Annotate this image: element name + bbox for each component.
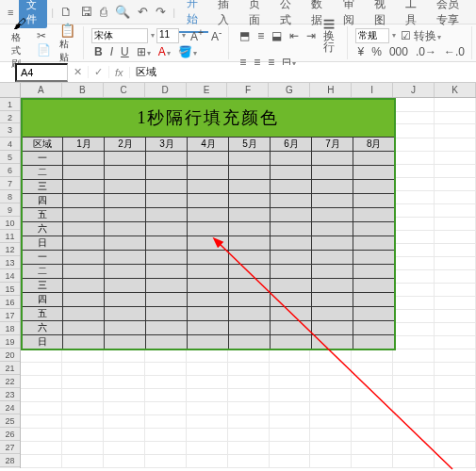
cell[interactable] [269,362,310,375]
data-cell[interactable] [63,193,105,207]
cell[interactable] [393,349,435,362]
cell[interactable] [393,428,435,441]
col-header[interactable]: F [227,83,269,97]
preview-icon[interactable]: 🔍 [112,5,133,19]
data-cell[interactable] [271,320,312,334]
cell[interactable] [104,428,145,441]
cell[interactable] [393,269,435,283]
cell[interactable] [21,401,62,414]
header-month[interactable]: 7月 [312,137,353,151]
data-cell[interactable] [146,292,188,306]
align-middle-icon[interactable]: ≡ [254,29,267,42]
cell[interactable] [186,362,227,375]
col-header[interactable]: E [187,83,228,97]
cell[interactable] [393,296,435,309]
data-cell[interactable] [271,306,312,320]
redo-icon[interactable]: ↷ [153,5,169,19]
data-cell[interactable] [271,207,312,221]
data-cell[interactable] [229,306,271,320]
row-label[interactable]: 二 [22,264,63,278]
data-cell[interactable] [312,334,353,349]
data-cell[interactable] [229,179,271,193]
row-label[interactable]: 三 [22,179,63,193]
row-header[interactable]: 24 [0,401,20,414]
cell[interactable] [393,98,435,111]
cell[interactable] [104,401,145,414]
cell[interactable] [269,375,310,388]
cell[interactable] [145,441,187,454]
cell[interactable] [435,111,476,123]
cell[interactable] [104,388,145,401]
cell[interactable] [435,217,476,230]
cell[interactable] [227,454,269,467]
cell[interactable] [21,414,62,428]
row-header[interactable]: 14 [0,269,20,283]
row-header[interactable]: 21 [0,362,20,375]
select-all-corner[interactable] [0,83,21,97]
data-cell[interactable] [229,250,271,264]
data-cell[interactable] [105,250,146,264]
cell[interactable] [62,349,104,362]
comma-icon[interactable]: 000 [386,45,411,58]
cell[interactable] [186,414,227,428]
row-header[interactable]: 19 [0,335,20,349]
data-cell[interactable] [146,264,188,278]
data-cell[interactable] [353,179,395,193]
row-header[interactable]: 4 [0,138,20,151]
data-cell[interactable] [353,250,395,264]
cells-area[interactable]: 1秒隔行填充颜色 区域 1月 2月 3月 4月 5月 6月 7月 8月 一二三四… [21,98,476,468]
cell[interactable] [145,401,187,414]
cell[interactable] [310,375,352,388]
cell[interactable] [435,123,476,138]
cell[interactable] [393,138,435,151]
data-cell[interactable] [312,306,353,320]
cell[interactable] [435,164,476,177]
data-cell[interactable] [271,250,312,264]
cell[interactable] [435,269,476,283]
data-cell[interactable] [146,320,188,334]
cell[interactable] [435,151,476,164]
border-button[interactable]: ⊞▾ [134,45,154,58]
data-cell[interactable] [63,264,105,278]
cell[interactable] [104,414,145,428]
data-cell[interactable] [146,334,188,349]
row-header[interactable]: 28 [0,454,20,467]
data-cell[interactable] [353,236,395,250]
row-header[interactable]: 17 [0,309,20,322]
cell[interactable] [435,362,476,375]
cell[interactable] [352,375,393,388]
decrease-font-icon[interactable]: A- [208,27,224,43]
data-cell[interactable] [271,292,312,306]
row-header[interactable]: 25 [0,414,20,428]
cell[interactable] [352,349,393,362]
row-label[interactable]: 日 [22,236,63,250]
data-cell[interactable] [188,193,229,207]
decimal-inc-icon[interactable]: .0→ [413,45,439,58]
cell[interactable] [393,441,435,454]
data-cell[interactable] [63,250,105,264]
currency-icon[interactable]: ¥ [355,45,368,58]
row-label[interactable]: 一 [22,250,63,264]
row-header[interactable]: 5 [0,151,20,164]
cell[interactable] [393,375,435,388]
row-header[interactable]: 22 [0,375,20,388]
cell[interactable] [186,401,227,414]
row-header[interactable]: 10 [0,217,20,230]
cell[interactable] [227,428,269,441]
undo-icon[interactable]: ↶ [135,5,151,19]
data-cell[interactable] [105,292,146,306]
data-cell[interactable] [353,334,395,349]
row-header[interactable]: 26 [0,428,20,441]
row-header[interactable]: 8 [0,190,20,203]
cell[interactable] [435,454,476,467]
row-label[interactable]: 一 [22,151,63,165]
italic-button[interactable]: I [107,45,116,58]
cell[interactable] [393,309,435,322]
data-cell[interactable] [271,193,312,207]
data-cell[interactable] [105,278,146,292]
fill-color-button[interactable]: 🪣▾ [175,45,200,58]
data-cell[interactable] [188,292,229,306]
data-cell[interactable] [312,320,353,334]
cell[interactable] [352,454,393,467]
data-cell[interactable] [146,193,188,207]
